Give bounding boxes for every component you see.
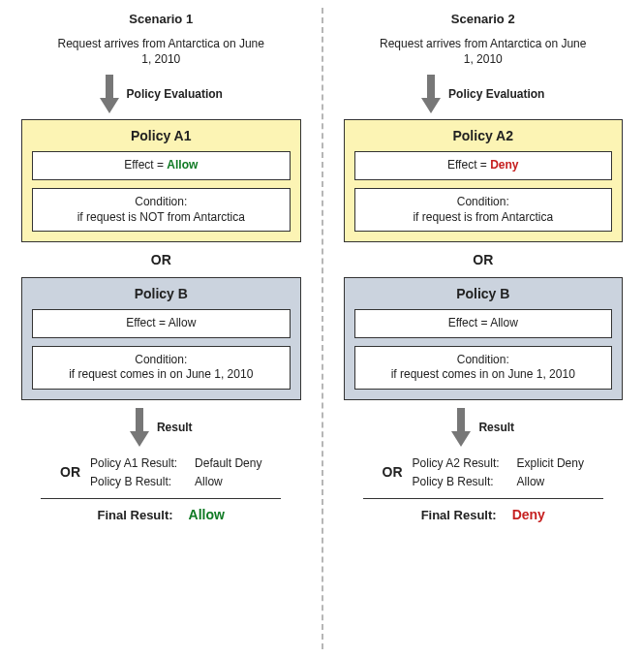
scenario-1-results-or: OR [60,464,80,480]
scenario-2-result-arrow: Result [451,408,514,447]
policy-b1-result-value: Allow [195,475,261,488]
policy-a2-condition: Condition: if request is from Antarctica [354,188,613,232]
svg-marker-1 [100,98,119,113]
scenario-1-results: OR Policy A1 Result: Default Deny Policy… [21,456,301,522]
policy-b1-box: Policy B Effect = Allow Condition: if re… [21,277,301,400]
scenario-1-eval-arrow: Policy Evaluation [100,75,223,113]
scenario-1-result-lines: OR Policy A1 Result: Default Deny Policy… [60,456,261,488]
policy-a2-effect-value: Deny [490,158,518,172]
policy-a1-effect-prefix: Effect = [124,158,167,172]
policy-b1-condition: Condition: if request comes in on June 1… [32,346,291,390]
policy-a2-effect-prefix: Effect = [447,158,490,172]
policy-a2-effect: Effect = Deny [354,151,613,180]
scenario-1-title: Scenario 1 [129,12,193,26]
svg-rect-4 [427,75,435,98]
scenario-2-final: Final Result: Deny [421,507,545,522]
policy-b2-effect-prefix: Effect = [448,316,490,329]
scenario-1-final: Final Result: Allow [98,507,225,522]
scenario-2-eval-label: Policy Evaluation [448,87,544,101]
policy-a1-box: Policy A1 Effect = Allow Condition: if r… [21,119,301,242]
policy-b2-result-label: Policy B Result: [413,475,500,488]
scenario-1-final-label: Final Result: [98,508,173,522]
policy-b2-condition: Condition: if request comes in on June 1… [354,346,613,390]
scenario-1-request: Request arrives from Antarctica on June … [54,36,267,67]
scenario-1-final-value: Allow [189,507,225,522]
arrow-down-icon [421,75,441,113]
diagram-root: Scenario 1 Request arrives from Antarcti… [0,0,644,657]
scenario-2-hr [363,498,603,499]
policy-a1-result-label: Policy A1 Result: [90,456,177,470]
scenario-1-hr [41,498,281,499]
arrow-down-icon [100,75,119,113]
policy-b1-effect-value: Allow [169,316,197,329]
scenario-2-request: Request arrives from Antarctica on June … [377,36,590,67]
policy-b2-effect: Effect = Allow [354,309,613,338]
scenario-2-eval-arrow: Policy Evaluation [421,75,544,113]
svg-rect-2 [136,408,143,431]
policy-a1-effect-value: Allow [167,158,198,172]
scenario-1-or: OR [151,252,171,267]
scenario-2-result-label: Result [478,421,514,434]
policy-b1-result-label: Policy B Result: [90,475,177,488]
vertical-divider [322,8,323,649]
scenario-1-results-table: Policy A1 Result: Default Deny Policy B … [90,456,261,488]
svg-marker-3 [130,431,149,447]
scenario-2-results-table: Policy A2 Result: Explicit Deny Policy B… [413,456,584,488]
svg-marker-7 [451,431,471,447]
policy-a2-result-value: Explicit Deny [517,456,584,470]
arrow-down-icon [130,408,149,447]
policy-a1-result-value: Default Deny [195,456,261,470]
scenario-2-title: Scenario 2 [451,12,515,26]
policy-a1-title: Policy A1 [131,128,192,143]
scenario-1-result-label: Result [157,421,193,434]
scenario-2-final-label: Final Result: [421,508,497,522]
svg-rect-0 [106,75,113,98]
policy-b2-result-value: Allow [517,475,584,488]
scenario-2-final-value: Deny [512,507,545,522]
scenario-2-results: OR Policy A2 Result: Explicit Deny Polic… [344,456,624,522]
policy-a2-title: Policy A2 [452,128,513,143]
policy-b2-effect-value: Allow [490,316,518,329]
policy-a2-result-label: Policy A2 Result: [413,456,500,470]
policy-b2-title: Policy B [456,286,509,301]
policy-b2-box: Policy B Effect = Allow Condition: if re… [344,277,624,400]
svg-rect-6 [457,408,465,431]
policy-a1-condition: Condition: if request is NOT from Antarc… [32,188,291,232]
policy-b1-effect: Effect = Allow [32,309,291,338]
policy-b1-effect-prefix: Effect = [126,316,168,329]
scenario-2-result-lines: OR Policy A2 Result: Explicit Deny Polic… [383,456,584,488]
arrow-down-icon [451,408,471,447]
scenario-1-eval-label: Policy Evaluation [127,87,223,101]
scenario-2-or: OR [473,252,493,267]
scenario-1-column: Scenario 1 Request arrives from Antarcti… [0,0,322,657]
policy-b1-title: Policy B [135,286,188,301]
scenario-2-results-or: OR [383,464,403,480]
scenario-2-column: Scenario 2 Request arrives from Antarcti… [322,0,645,657]
policy-a1-effect: Effect = Allow [32,151,291,180]
svg-marker-5 [421,98,441,113]
policy-a2-box: Policy A2 Effect = Deny Condition: if re… [344,119,624,242]
scenario-1-result-arrow: Result [130,408,193,447]
